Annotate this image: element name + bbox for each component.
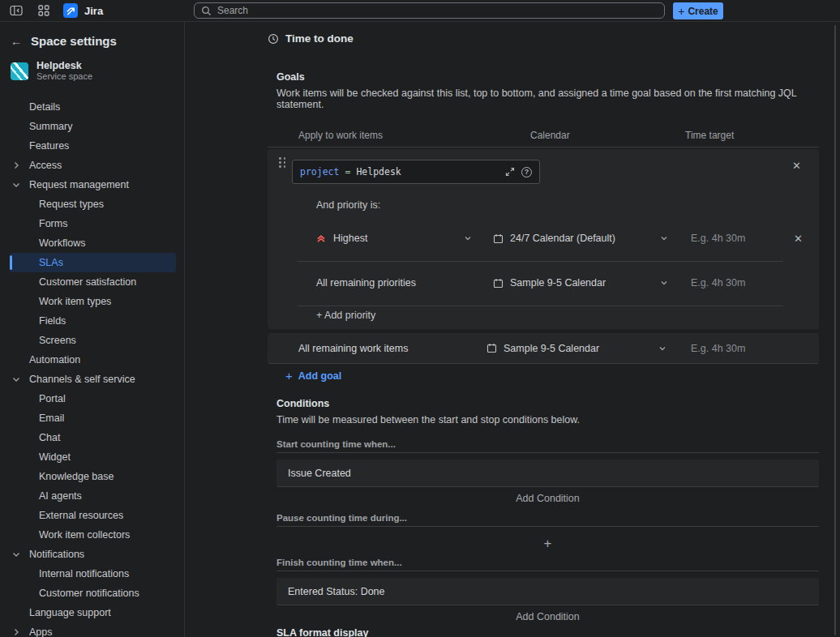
jql-operator-token: =: [345, 166, 350, 177]
start-condition-label: Start counting time when...: [276, 439, 819, 453]
sidebar-item-work-item-types[interactable]: Work item types: [10, 292, 176, 311]
row-divider: [298, 306, 783, 306]
sidebar-item-label: Summary: [29, 121, 72, 132]
vertical-scrollbar[interactable]: [834, 25, 836, 635]
time-target-input[interactable]: [691, 233, 787, 244]
space-type: Service space: [36, 71, 92, 82]
priority-select[interactable]: Highest: [316, 233, 493, 244]
create-button[interactable]: + Create: [673, 2, 723, 19]
space-name: Helpdesk: [36, 60, 92, 71]
start-condition-section: Start counting time when... Issue Create…: [276, 439, 819, 506]
sidebar-item-screens[interactable]: Screens: [10, 331, 176, 350]
sidebar-item-channels-self-service[interactable]: Channels & self service: [10, 370, 176, 389]
add-priority-button[interactable]: + Add priority: [316, 310, 375, 321]
sidebar-item-internal-notifications[interactable]: Internal notifications: [10, 564, 176, 584]
collapse-sidebar-icon[interactable]: [8, 2, 24, 19]
sidebar-item-knowledge-base[interactable]: Knowledge base: [10, 467, 176, 486]
time-target-input[interactable]: [691, 343, 819, 354]
sidebar-item-slas[interactable]: SLAs: [10, 253, 176, 272]
sidebar-item-apps[interactable]: Apps: [10, 622, 176, 637]
chevron-down-icon: [11, 549, 21, 559]
column-calendar: Calendar: [530, 130, 685, 141]
sidebar-item-workflows[interactable]: Workflows: [10, 233, 176, 253]
sidebar-item-label: Access: [29, 160, 62, 171]
main-content: Time to done Goals Work items will be ch…: [185, 22, 840, 637]
sidebar-item-label: Portal: [39, 393, 66, 404]
sidebar-item-label: Work item types: [39, 296, 111, 307]
chevron-down-icon: [462, 233, 474, 244]
sidebar-item-label: Request management: [29, 179, 129, 190]
time-target-input[interactable]: [691, 277, 803, 289]
sidebar-item-label: Widget: [39, 451, 71, 463]
sidebar-item-external-resources[interactable]: External resources: [10, 506, 176, 525]
sidebar: ← Space settings Helpdesk Service space …: [0, 22, 185, 637]
sidebar-item-widget[interactable]: Widget: [10, 447, 176, 467]
remove-goal-button[interactable]: ✕: [792, 160, 801, 171]
and-priority-label: And priority is:: [316, 199, 380, 211]
sidebar-item-forms[interactable]: Forms: [10, 214, 176, 233]
sidebar-item-language-support[interactable]: Language support: [10, 603, 176, 622]
sidebar-item-label: Internal notifications: [39, 568, 129, 579]
chevron-down-icon: [658, 277, 670, 289]
chevron-down-icon: [11, 180, 21, 190]
sidebar-item-features[interactable]: Features: [10, 136, 176, 156]
clock-icon: [268, 33, 279, 45]
jql-input[interactable]: project = Helpdesk ?: [292, 160, 540, 184]
remove-priority-button[interactable]: ✕: [794, 233, 803, 244]
calendar-select[interactable]: Sample 9-5 Calendar: [486, 343, 691, 354]
sidebar-item-label: SLAs: [39, 257, 63, 268]
calendar-select-value: Sample 9-5 Calendar: [504, 343, 599, 354]
app-switcher-icon[interactable]: [36, 2, 52, 19]
search-icon: [201, 6, 212, 16]
sidebar-item-request-management[interactable]: Request management: [10, 175, 176, 195]
goals-description: Work items will be checked against this …: [276, 88, 819, 110]
sidebar-item-customer-satisfaction[interactable]: Customer satisfaction: [10, 272, 176, 292]
calendar-icon: [486, 343, 497, 353]
add-condition-button[interactable]: Add Condition: [276, 493, 819, 506]
app-name: Jira: [84, 5, 103, 17]
sidebar-title: Space settings: [31, 34, 117, 48]
sidebar-item-automation[interactable]: Automation: [10, 350, 176, 370]
finish-condition-row[interactable]: Entered Status: Done: [276, 578, 819, 605]
sidebar-item-chat[interactable]: Chat: [10, 428, 176, 447]
sidebar-item-notifications[interactable]: Notifications: [10, 545, 176, 564]
sidebar-item-fields[interactable]: Fields: [10, 311, 176, 331]
goals-heading: Goals: [276, 71, 819, 83]
start-condition-row[interactable]: Issue Created: [276, 460, 819, 487]
expand-icon[interactable]: [505, 167, 515, 177]
help-icon[interactable]: ?: [521, 167, 532, 177]
sidebar-header: ← Space settings: [0, 22, 184, 48]
sidebar-item-email[interactable]: Email: [10, 408, 176, 428]
sidebar-item-summary[interactable]: Summary: [10, 117, 176, 136]
sidebar-item-ai-agents[interactable]: AI agents: [10, 486, 176, 506]
page-header: Time to done: [268, 32, 819, 45]
back-arrow-icon[interactable]: ←: [11, 36, 22, 47]
column-time-target: Time target: [685, 130, 819, 141]
sidebar-item-access[interactable]: Access: [10, 156, 176, 175]
row-divider: [298, 261, 783, 262]
sidebar-item-work-item-collectors[interactable]: Work item collectors: [10, 525, 176, 545]
calendar-icon: [493, 233, 504, 244]
sidebar-item-portal[interactable]: Portal: [10, 389, 176, 408]
pause-condition-section: Pause counting time during... +: [276, 513, 819, 553]
goals-table-header: Apply to work items Calendar Time target: [268, 130, 819, 147]
sidebar-item-details[interactable]: Details: [10, 97, 176, 117]
calendar-select[interactable]: 24/7 Calendar (Default): [493, 233, 691, 244]
add-pause-condition-button[interactable]: +: [276, 535, 819, 553]
drag-handle-icon[interactable]: [279, 157, 286, 168]
sidebar-item-label: Workflows: [39, 237, 85, 249]
search-input[interactable]: [194, 2, 665, 19]
add-goal-button[interactable]: + Add goal: [285, 370, 341, 382]
sidebar-item-label: Notifications: [29, 549, 84, 560]
calendar-select-value: 24/7 Calendar (Default): [510, 233, 615, 244]
page-title: Time to done: [285, 32, 354, 45]
default-goal-row: All remaining work items Sample 9-5 Cale…: [268, 333, 819, 364]
sidebar-item-label: Email: [39, 413, 64, 424]
sidebar-item-customer-notifications[interactable]: Customer notifications: [10, 584, 176, 603]
sidebar-item-label: Channels & self service: [29, 374, 135, 385]
add-condition-button[interactable]: Add Condition: [276, 611, 819, 624]
calendar-select[interactable]: Sample 9-5 Calendar: [493, 277, 691, 289]
search-field[interactable]: [217, 5, 658, 16]
sidebar-item-request-types[interactable]: Request types: [10, 195, 176, 214]
jira-home-link[interactable]: Jira: [63, 3, 103, 18]
